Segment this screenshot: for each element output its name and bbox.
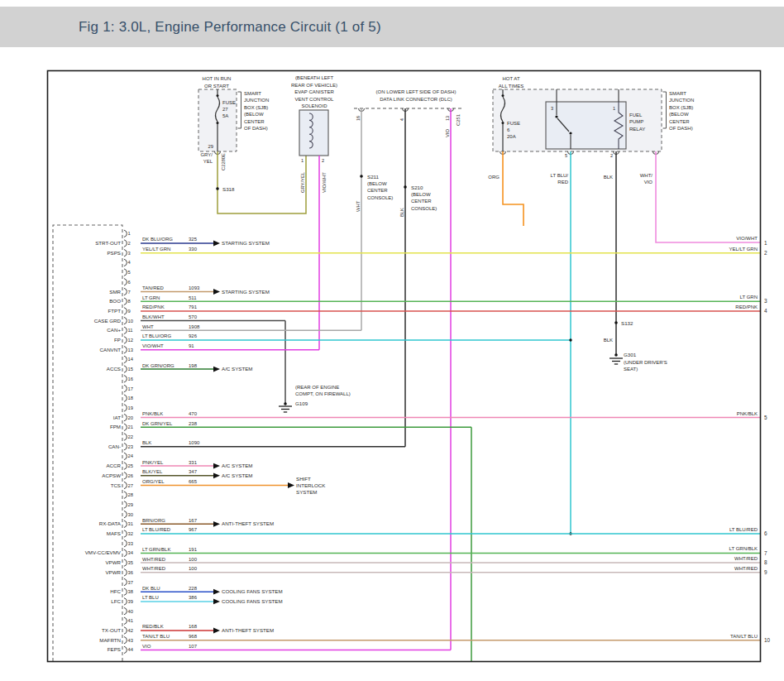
wire-gauge: 1908 bbox=[189, 324, 200, 329]
s210-location: (BELOW bbox=[411, 192, 431, 197]
pin-bracket bbox=[124, 588, 127, 595]
evap-heading: (BENEATH LEFT bbox=[295, 75, 334, 80]
pin-number: 29 bbox=[128, 502, 133, 507]
org-wire-label: ORG bbox=[488, 175, 500, 180]
edge-number: 4 bbox=[764, 308, 767, 314]
pin-number: 11 bbox=[128, 328, 133, 333]
pcm-pin-label: SMR bbox=[109, 289, 121, 295]
pin-bracket bbox=[124, 269, 127, 276]
pcm-pin-label: IAT bbox=[113, 415, 121, 420]
pin-bracket bbox=[124, 279, 127, 285]
pin-number: 14 bbox=[128, 357, 134, 362]
edge-wire-label: PNK/BLK bbox=[737, 411, 758, 416]
wire-name: DK GRN/ORG bbox=[142, 363, 174, 368]
wire-gauge: 228 bbox=[189, 586, 198, 591]
system-reference: COOLING FANS SYSTEM bbox=[222, 598, 283, 604]
wire-name: WHT bbox=[142, 324, 154, 329]
system-reference: ANTI-THEFT SYSTEM bbox=[222, 627, 274, 633]
sjb-left-label: SMART bbox=[244, 91, 261, 96]
g301-location: SEAT) bbox=[624, 367, 638, 372]
pin-number: 10 bbox=[128, 319, 133, 324]
wht-vio-wire-label: WHT/ bbox=[640, 173, 653, 178]
pcm-pin-label: RX-DATA bbox=[99, 520, 122, 526]
pcm-pin-label: HFC bbox=[110, 588, 121, 594]
edge-wire-label: WHT/RED bbox=[734, 566, 758, 571]
pin-number: 30 bbox=[128, 512, 133, 517]
system-reference: COOLING FANS SYSTEM bbox=[222, 588, 283, 594]
evap-solenoid-box bbox=[299, 110, 328, 156]
wire-name: LT GRN bbox=[142, 295, 160, 300]
edge-number: 2 bbox=[764, 250, 767, 256]
wire-gauge: 167 bbox=[189, 518, 198, 523]
wire-gauge: 968 bbox=[189, 634, 198, 639]
wire-gauge: 198 bbox=[189, 363, 198, 368]
pcm-pin-label: TCS bbox=[111, 482, 121, 488]
pcm-pin-label: CANVNT bbox=[100, 347, 122, 352]
fuel-pump-relay-label: FUEL bbox=[629, 113, 643, 117]
wire-gauge: 386 bbox=[189, 595, 198, 600]
dlc-pin-number: 13 bbox=[445, 116, 450, 121]
dlc-heading: (ON LOWER LEFT SIDE OF DASH) bbox=[376, 89, 457, 94]
pin-bracket bbox=[124, 607, 127, 614]
wire-gauge: 330 bbox=[189, 247, 198, 252]
s210-location: CENTER bbox=[411, 199, 432, 204]
edge-wire-label: TAN/LT BLU bbox=[730, 634, 758, 639]
edge-number: 3 bbox=[764, 298, 767, 304]
ground-g301-dot bbox=[614, 353, 618, 357]
pin-number: 21 bbox=[128, 424, 133, 429]
wire-name: LT BLU bbox=[142, 595, 159, 600]
system-reference: A/C SYSTEM bbox=[222, 463, 252, 468]
fuse-6-label: 20A bbox=[507, 134, 516, 139]
system-reference: INTERLOCK bbox=[296, 482, 326, 488]
pin-number: 35 bbox=[128, 560, 133, 565]
pin-bracket bbox=[124, 308, 127, 314]
wire-name: TAN/RED bbox=[142, 285, 165, 290]
wire-name: RED/BLK bbox=[142, 624, 164, 629]
lt-blu-red-wire-label: RED bbox=[557, 180, 568, 185]
pin-bracket bbox=[124, 617, 127, 624]
pcm-pin-label: FPM bbox=[110, 424, 121, 429]
pcm-pin-label: PSPS bbox=[107, 250, 121, 256]
edge-number: 7 bbox=[764, 550, 767, 556]
pin-bracket bbox=[124, 646, 127, 653]
arrow-head bbox=[213, 241, 220, 247]
splice-s318-label: S318 bbox=[222, 186, 235, 192]
wire-name: BLK bbox=[142, 440, 151, 445]
pcm-pin-label: VMV-CC/EVMV bbox=[85, 549, 122, 555]
evap-vio-wht-label: VIO/WHT bbox=[322, 172, 327, 193]
pin-bracket bbox=[124, 366, 127, 372]
pin-number: 41 bbox=[128, 618, 133, 623]
edge-wire-label: LT GRN/BLK bbox=[729, 546, 758, 551]
pin-bracket bbox=[124, 559, 127, 566]
wire-gauge: 238 bbox=[189, 421, 198, 426]
pcm-pin-label: ACCR bbox=[106, 463, 121, 468]
system-reference: STARTING SYSTEM bbox=[222, 289, 270, 295]
connector-c251-label: C251 bbox=[456, 114, 461, 126]
pin-bracket bbox=[124, 317, 127, 324]
pin-number: 42 bbox=[128, 628, 133, 633]
pin-bracket bbox=[124, 259, 127, 266]
wire-gauge: 100 bbox=[189, 566, 198, 571]
pin-number: 7 bbox=[128, 290, 131, 295]
pin-bracket bbox=[124, 520, 127, 527]
pcm-pin-label: ACPSW bbox=[102, 472, 121, 478]
pin-number: 24 bbox=[128, 453, 134, 458]
pin-bracket bbox=[124, 530, 127, 537]
pcm-pin-label: TX-OUT bbox=[102, 627, 121, 633]
evap-heading: SOLENOID bbox=[301, 103, 327, 108]
sjb-left-label: OF DASH) bbox=[244, 126, 268, 131]
pin-number: 18 bbox=[128, 396, 133, 400]
pin-bracket bbox=[124, 376, 127, 382]
pin-number: 17 bbox=[128, 386, 133, 391]
relay-contact bbox=[569, 132, 571, 134]
system-reference: STARTING SYSTEM bbox=[222, 240, 270, 246]
pin-number: 15 bbox=[128, 367, 133, 372]
pin-bracket bbox=[124, 569, 127, 576]
edge-wire-label: VIO/WHT bbox=[736, 236, 758, 241]
wire-name: DK BLU bbox=[142, 586, 160, 591]
fuse-27-label: 5A bbox=[222, 113, 228, 118]
wht-vio-wire-label: VIO bbox=[644, 180, 653, 185]
pin-bracket bbox=[124, 434, 127, 440]
splice-s210-label: S210 bbox=[411, 185, 423, 190]
pin-number: 22 bbox=[128, 434, 133, 439]
